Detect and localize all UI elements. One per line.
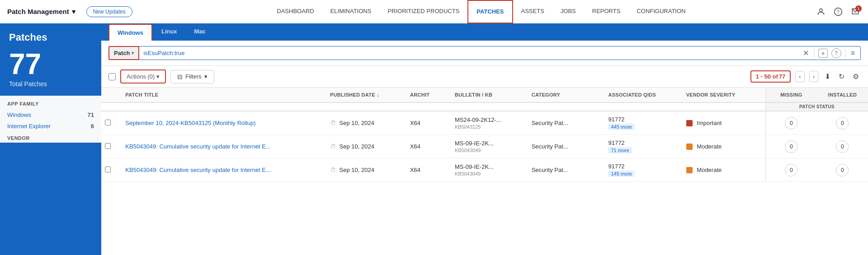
row-bulletin-cell: MS-09-IE-2K... KB5043049 xyxy=(451,135,528,158)
qid-more-badge[interactable]: 71 more xyxy=(608,147,632,153)
row-patch-title-cell: September 10, 2024-KB5043125 (Monthly Ro… xyxy=(122,111,326,135)
row-checkbox-cell xyxy=(101,135,122,158)
tab-windows[interactable]: Windows xyxy=(108,24,152,41)
installed-count: 0 xyxy=(836,164,849,176)
user-icon[interactable] xyxy=(816,6,826,17)
row-checkbox[interactable] xyxy=(105,120,111,125)
row-bulletin-cell: MS24-09-2K12-... KB5043125 xyxy=(451,111,528,135)
row-severity-cell: Important xyxy=(683,111,766,135)
filter-icon: ⊟ xyxy=(177,73,183,80)
notification-badge: 1 xyxy=(855,5,862,12)
row-checkbox[interactable] xyxy=(105,143,111,149)
row-bulletin-cell: MS-09-IE-2K... KB5043049 xyxy=(451,158,528,182)
sidebar-item-windows[interactable]: Windows 71 xyxy=(0,109,101,121)
bulletin-main: MS-09-IE-2K... xyxy=(455,163,524,170)
th-published-date[interactable]: PUBLISHED DATE ↓ xyxy=(326,88,406,102)
notification-icon[interactable]: 1 xyxy=(850,6,861,17)
nav-eliminations[interactable]: ELIMINATIONS xyxy=(322,0,380,23)
row-arch-cell: X64 xyxy=(406,111,451,135)
filters-label: Filters xyxy=(185,73,201,80)
severity-label: Moderate xyxy=(697,143,722,150)
app-title-text: Patch Management xyxy=(7,8,69,15)
search-menu-button[interactable]: ≡ xyxy=(849,48,857,58)
bulletin-sub: KB5043125 xyxy=(455,124,524,130)
pagination-range: 1 - 50 of xyxy=(756,73,778,80)
filters-chevron: ▾ xyxy=(204,73,208,80)
row-patch-title-cell: KB5043049: Cumulative security update fo… xyxy=(122,158,326,182)
tab-linux[interactable]: Linux xyxy=(153,23,185,41)
actions-chevron: ▾ xyxy=(156,73,160,80)
sidebar-item-ie-label[interactable]: Internet Explorer xyxy=(7,123,51,130)
row-installed-cell: 0 xyxy=(817,135,868,158)
filters-button[interactable]: ⊟ Filters ▾ xyxy=(170,70,214,83)
bulletin-sub: KB5043049 xyxy=(455,171,524,176)
search-area: Patch ▾ ✕ + ? ≡ xyxy=(101,41,868,66)
search-help-button[interactable]: ? xyxy=(831,48,841,58)
toolbar: Actions (0) ▾ ⊟ Filters ▾ 1 - 50 of 77 ‹… xyxy=(101,66,868,88)
th-patch-title: PATCH TITLE xyxy=(122,88,326,102)
table-row: KB5043049: Cumulative security update fo… xyxy=(101,158,868,182)
row-checkbox-cell xyxy=(101,158,122,182)
sidebar-total-count: 77 xyxy=(0,48,101,80)
select-all-checkbox[interactable] xyxy=(108,73,116,80)
missing-count: 0 xyxy=(785,164,797,176)
row-checkbox[interactable] xyxy=(105,167,111,172)
row-date-cell: ⏱ Sep 10, 2024 xyxy=(326,135,406,158)
prev-page-button[interactable]: ‹ xyxy=(795,71,804,82)
nav-assets[interactable]: ASSETS xyxy=(513,0,552,23)
nav-patches[interactable]: PATCHES xyxy=(467,0,513,23)
sidebar-item-windows-label[interactable]: Windows xyxy=(7,111,31,118)
bulletin-main: MS-09-IE-2K... xyxy=(455,140,524,147)
clock-icon: ⏱ xyxy=(330,120,336,126)
pagination: 1 - 50 of 77 xyxy=(750,70,791,83)
content-area: Windows Linux Mac Patch ▾ ✕ + ? ≡ xyxy=(101,23,868,255)
row-category-cell: Security Pat... xyxy=(528,111,605,135)
search-add-filter-button[interactable]: + xyxy=(818,49,827,58)
nav-configuration[interactable]: CONFIGURATION xyxy=(628,0,693,23)
help-icon[interactable]: ? xyxy=(833,6,844,17)
actions-button[interactable]: Actions (0) ▾ xyxy=(120,70,166,83)
sidebar-item-internet-explorer[interactable]: Internet Explorer 6 xyxy=(0,121,101,132)
severity-label: Important xyxy=(697,120,722,126)
patch-title-link[interactable]: KB5043049: Cumulative security update fo… xyxy=(125,143,271,150)
search-separator xyxy=(814,49,815,58)
patch-title-link[interactable]: KB5043049: Cumulative security update fo… xyxy=(125,167,271,173)
new-updates-button[interactable]: New Updates xyxy=(86,6,132,17)
refresh-button[interactable]: ↻ xyxy=(837,70,846,83)
nav-dashboard[interactable]: DASHBOARD xyxy=(269,0,322,23)
row-arch-cell: X64 xyxy=(406,135,451,158)
table-container: PATCH TITLE PUBLISHED DATE ↓ ARCHIT BULL… xyxy=(101,88,868,255)
nav-jobs[interactable]: JOBS xyxy=(552,0,584,23)
settings-button[interactable]: ⚙ xyxy=(851,70,861,83)
svg-text:?: ? xyxy=(837,9,840,14)
top-navigation: Patch Management ▾ New Updates DASHBOARD… xyxy=(0,0,868,23)
sidebar-app-family-title: APP FAMILY xyxy=(0,96,101,109)
installed-count: 0 xyxy=(836,140,849,153)
missing-count: 0 xyxy=(785,117,797,130)
patch-title-link[interactable]: September 10, 2024-KB5043125 (Monthly Ro… xyxy=(125,120,255,126)
search-input[interactable] xyxy=(139,47,797,59)
row-installed-cell: 0 xyxy=(817,111,868,135)
nav-reports[interactable]: REPORTS xyxy=(584,0,629,23)
qid-more-badge[interactable]: 145 more xyxy=(608,171,634,177)
th-category: CATEGORY xyxy=(528,88,605,102)
sidebar-page-title: Patches xyxy=(0,23,101,48)
severity-dot xyxy=(686,167,693,173)
qid-main: 91772 xyxy=(608,163,679,170)
row-category-cell: Security Pat... xyxy=(528,135,605,158)
row-missing-cell: 0 xyxy=(766,158,817,182)
search-filter-dropdown[interactable]: Patch ▾ xyxy=(108,46,139,60)
next-page-button[interactable]: › xyxy=(809,71,818,82)
qid-more-badge[interactable]: 445 more xyxy=(608,124,634,130)
search-filter-chevron: ▾ xyxy=(132,51,134,56)
tab-mac[interactable]: Mac xyxy=(186,23,214,41)
main-layout: Patches 77 Total Patches APP FAMILY Wind… xyxy=(0,23,868,255)
download-button[interactable]: ⬇ xyxy=(823,70,832,83)
row-patch-title-cell: KB5043049: Cumulative security update fo… xyxy=(122,135,326,158)
app-title-chevron[interactable]: ▾ xyxy=(72,8,75,16)
app-title: Patch Management ▾ xyxy=(7,8,75,16)
th-checkbox xyxy=(101,88,122,102)
search-clear-button[interactable]: ✕ xyxy=(801,48,811,58)
nav-prioritized-products[interactable]: PRIORITIZED PRODUCTS xyxy=(379,0,467,23)
row-missing-cell: 0 xyxy=(766,111,817,135)
